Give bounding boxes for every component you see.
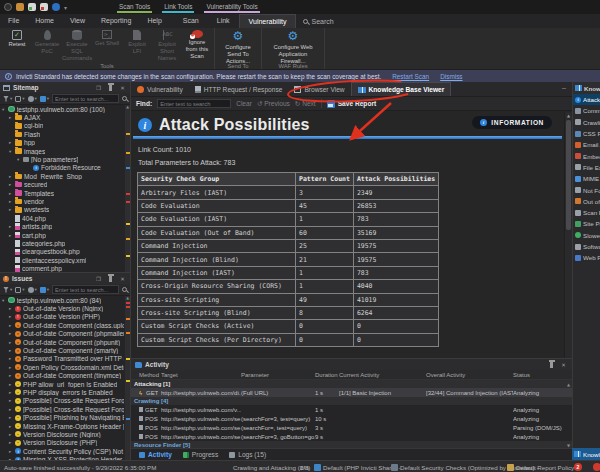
column-header[interactable]: Method <box>139 372 161 378</box>
knowledge-base-item[interactable]: Comme <box>573 105 600 116</box>
issue-item[interactable]: ▸ Missing X-Frame-Options Header [Va... <box>0 422 130 430</box>
menu-item[interactable]: Home <box>27 14 62 28</box>
sitemap-scrollbar[interactable]: ▲ <box>125 105 130 272</box>
issue-item[interactable]: ▸ Version Disclosure (PHP) <box>0 439 130 447</box>
issues-scrollbar[interactable]: ▲ <box>125 296 130 460</box>
knowledge-base-item[interactable]: Email A <box>573 139 600 150</box>
clear-button[interactable]: Clear <box>236 100 252 107</box>
sitemap-node[interactable]: ▸ vendor <box>0 197 130 205</box>
ribbon-button[interactable]: Retest <box>2 29 32 49</box>
quick-access-caret-icon[interactable]: ▾ <box>64 4 67 11</box>
document-scrollbar[interactable]: ▲ <box>564 112 572 359</box>
issue-item[interactable]: ▸ Password Transmitted over HTTP (Var... <box>0 355 130 363</box>
pin-icon[interactable] <box>550 362 553 368</box>
sitemap-node[interactable]: ▸ wvstests <box>0 206 130 214</box>
issue-item[interactable]: ▸ [Possible] Phishing by Navigating Bro.… <box>0 413 130 421</box>
error-badge[interactable]: 2 <box>574 461 582 472</box>
activity-row[interactable]: GET http://testphp.vulnweb.com/v... 1 s … <box>131 405 572 414</box>
knowledge-base-item[interactable]: Site Pro <box>573 218 600 229</box>
group-icon[interactable]: ▾ <box>40 96 49 102</box>
knowledge-base-item[interactable]: MIME T <box>573 173 600 184</box>
ribbon-search[interactable]: Search <box>296 14 340 28</box>
sitemap-node[interactable]: clearguestbook.php <box>0 248 130 256</box>
sitemap-node[interactable]: ▾ images <box>0 147 130 155</box>
knowledge-base-item[interactable]: Scan Pe <box>573 207 600 218</box>
menu-item[interactable]: Reporting <box>93 14 139 28</box>
activity-row[interactable]: GET http://testphp.vulnweb.com/di... (Fu… <box>131 388 572 397</box>
knowledge-base-item[interactable]: CSS File <box>573 128 600 139</box>
sitemap-node[interactable]: ▸ Mod_Rewrite_Shop <box>0 172 130 180</box>
ribbon-tab[interactable]: Vulnerability <box>239 14 297 28</box>
filter-icon[interactable]: ▾ <box>3 96 12 102</box>
sitemap-node[interactable]: ▸ Templates <box>0 189 130 197</box>
activity-row[interactable]: POST http://testphp.vulnweb.com/se... (s… <box>131 414 572 423</box>
knowledge-base-item[interactable]: Not Fou <box>573 184 600 195</box>
activity-group-resource-finder[interactable]: Resource Finder [5]▼ <box>131 441 572 448</box>
tree-view-icon[interactable]: ▾ <box>15 96 24 102</box>
ribbon-button[interactable]: Configure Send To Actions... <box>217 29 259 65</box>
issue-item[interactable]: ▸ Out-of-date Version (PHP) <box>0 313 130 321</box>
save-icon[interactable] <box>28 3 36 11</box>
activity-group-attacking[interactable]: Attacking [1]▲ <box>131 380 572 388</box>
panel-tab[interactable]: Activity <box>139 451 172 458</box>
issue-item[interactable]: ▸ Open Policy Crossdomain.xml Detect... <box>0 363 130 371</box>
knowledge-base-item[interactable]: Out of S <box>573 196 600 207</box>
issue-item[interactable]: ▸ [Possible] Cross-site Request Forgery … <box>0 405 130 413</box>
menu-item[interactable]: File <box>0 14 27 28</box>
knowledge-base-item[interactable]: Softwa <box>573 241 600 252</box>
ribbon-button[interactable]: Ignore from this Scan <box>182 29 212 60</box>
knowledge-base-item[interactable]: File Ext <box>573 162 600 173</box>
issue-item[interactable]: ▸ Version Disclosure (Nginx) <box>0 430 130 438</box>
sitemap-node[interactable]: ▸ hpp <box>0 139 130 147</box>
sitemap-node[interactable]: ▸ cart.php <box>0 231 130 239</box>
sitemap-node[interactable]: cgi-bin <box>0 122 130 130</box>
sitemap-search-input[interactable] <box>52 94 119 103</box>
document-tab[interactable]: Browser View <box>288 82 350 96</box>
column-header[interactable]: Parameter <box>241 372 315 378</box>
document-tab[interactable]: Vulnerability <box>131 82 189 96</box>
issues-root-node[interactable]: ▾ testphp.vulnweb.com:80 (84) <box>0 296 130 304</box>
column-header[interactable]: Duration <box>315 372 339 378</box>
tab-overflow-icon[interactable]: – <box>562 84 566 91</box>
previous-button[interactable]: ↺ Previous <box>257 100 290 108</box>
window-position-icon[interactable]: ❒ <box>94 276 103 282</box>
window-position-icon[interactable]: ❒ <box>94 85 103 91</box>
sitemap-node[interactable]: categories.php <box>0 239 130 247</box>
restart-scan-link[interactable]: Restart Scan <box>392 73 429 80</box>
document-tab[interactable]: HTTP Request / Response <box>189 82 289 96</box>
pin-icon[interactable] <box>109 85 112 91</box>
issue-item[interactable]: ▸ Out-of-date Component (class.uploa... <box>0 321 130 329</box>
activity-row[interactable]: POST http://testphp.vulnweb.com/se... (s… <box>131 432 572 441</box>
issue-item[interactable]: ▸ Out-of-date Component (phpmailer) <box>0 330 130 338</box>
next-button[interactable]: ↻ Next <box>295 100 316 108</box>
ribbon-tab[interactable]: Link <box>208 14 239 28</box>
report-policy-selector[interactable]: Default Report Policy- <box>507 461 578 472</box>
sitemap-node[interactable]: comment.php <box>0 264 130 272</box>
ribbon-button[interactable]: Exploit Short Names <box>152 29 182 62</box>
sitemap-node[interactable]: ▸ artists.php <box>0 222 130 230</box>
knowledge-base-dock-tab[interactable]: Knowle <box>572 448 600 460</box>
issue-item[interactable]: ▸ Out-of-date Component (smarty) <box>0 346 130 354</box>
sitemap-root-node[interactable]: ▾ testphp.vulnweb.com:80 (100) <box>0 105 130 113</box>
issue-item[interactable]: ▸ Content Security Policy (CSP) Not Im..… <box>0 447 130 455</box>
sitemap-node[interactable]: clientaccesspolicy.xml <box>0 256 130 264</box>
ribbon-button[interactable]: Exploit LFI <box>122 29 152 56</box>
activity-group-crawling[interactable]: Crawling [4] <box>131 397 572 405</box>
find-input[interactable] <box>157 99 231 108</box>
close-icon[interactable]: ✕ <box>118 276 127 282</box>
pin-icon[interactable] <box>109 276 112 282</box>
document-tab[interactable]: Knowledge Base Viewer <box>351 82 452 96</box>
knowledge-base-item[interactable]: Crawlin <box>573 117 600 128</box>
tree-view-icon[interactable]: ▾ <box>15 287 24 293</box>
column-header[interactable]: Target <box>161 372 241 378</box>
sitemap-node[interactable]: Forbidden Resource <box>0 164 130 172</box>
ribbon-button[interactable]: Generate PoC <box>32 29 62 56</box>
issue-item[interactable]: ▸ PHP display_errors Is Enabled <box>0 388 130 396</box>
ribbon-tab[interactable]: Scan <box>174 14 208 28</box>
column-header[interactable]: Status <box>513 372 572 378</box>
knowledge-base-item[interactable]: Slowes <box>573 230 600 241</box>
close-icon[interactable]: ✕ <box>118 85 127 91</box>
save-report-button[interactable]: Save Report <box>327 100 376 108</box>
menu-item[interactable]: Help <box>139 14 169 28</box>
sitemap-node[interactable]: ▸ AJAX <box>0 113 130 121</box>
